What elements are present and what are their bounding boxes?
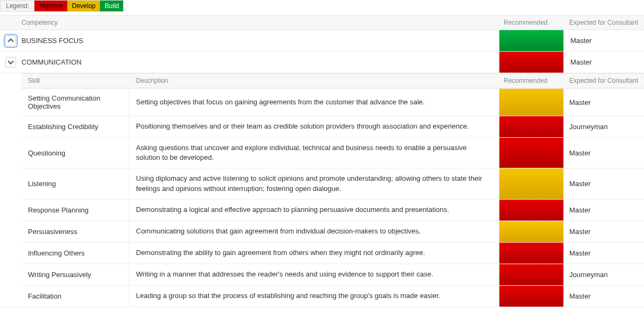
skill-expected: Master (563, 221, 644, 242)
toggle-button[interactable] (5, 36, 16, 46)
skill-row: Establishing Credibility Positioning the… (22, 116, 644, 137)
competency-title: BUSINESS FOCUS (22, 30, 499, 51)
competency-recommended-cell (499, 30, 563, 51)
skill-recommended-cell (499, 138, 563, 168)
status-indicator (499, 89, 563, 116)
skill-recommended-cell (499, 221, 563, 242)
skill-name: Setting Communication Objectives (22, 89, 129, 116)
skill-expected: Master (563, 138, 644, 168)
legend-chip-improve: Improve (34, 1, 67, 11)
legend-bar: Legend: Improve Develop Build (0, 0, 124, 12)
status-indicator (499, 30, 563, 51)
skill-description: Asking questions that uncover and explor… (129, 138, 499, 168)
skill-row: Listening Using diplomacy and active lis… (22, 168, 644, 199)
skill-recommended-cell (499, 89, 563, 116)
skill-name: Response Planning (22, 200, 129, 221)
skill-description: Leading a group so that the process of e… (129, 286, 499, 307)
skill-name: Persuasiveness (22, 221, 129, 242)
skill-description: Writing in a manner that addresses the r… (129, 264, 499, 285)
competency-row: COMMUNICATION Master (0, 52, 644, 73)
skill-expected: Master (563, 243, 644, 264)
skill-row: Response Planning Demonstrating a logica… (22, 199, 644, 221)
competency-expected: Master (563, 30, 644, 51)
competency-title: COMMUNICATION (22, 52, 499, 73)
skill-recommended-cell (499, 168, 563, 199)
skill-expected: Journeyman (563, 264, 644, 285)
skill-row: Influencing Others Demonstrating the abi… (22, 242, 644, 264)
competency-row: BUSINESS FOCUS Master (0, 30, 644, 52)
status-indicator (499, 52, 563, 73)
status-indicator (499, 168, 563, 199)
skill-expected: Master (563, 89, 644, 116)
skill-description: Demonstrating the ability to gain agreem… (129, 243, 499, 264)
skills-block: Skill Description Recommended Expected f… (0, 73, 644, 307)
header-description: Description (129, 77, 499, 84)
legend-chip-develop: Develop (67, 1, 100, 11)
header-expected: Expected for Consultant (563, 77, 644, 84)
skill-name: Establishing Credibility (22, 116, 129, 137)
chevron-up-icon (8, 38, 13, 44)
header-competency: Competency (22, 19, 499, 26)
skill-recommended-cell (499, 243, 563, 264)
skill-recommended-cell (499, 264, 563, 285)
status-indicator (499, 221, 563, 242)
skill-expected: Master (563, 200, 644, 221)
skill-expected: Master (563, 168, 644, 199)
skill-row: Questioning Asking questions that uncove… (22, 137, 644, 168)
skill-description: Communicating solutions that gain agreem… (129, 221, 499, 242)
legend-chip-build: Build (100, 1, 124, 11)
skill-description: Demonstrating a logical and effective ap… (129, 200, 499, 221)
status-indicator (499, 243, 563, 264)
status-indicator (499, 200, 563, 221)
competency-recommended-cell (499, 52, 563, 73)
status-indicator (499, 138, 563, 168)
chevron-down-icon (8, 58, 13, 64)
skill-recommended-cell (499, 116, 563, 137)
skill-row: Writing Persuasively Writing in a manner… (22, 264, 644, 285)
skill-expected: Master (563, 286, 644, 307)
skill-row: Setting Communication Objectives Setting… (22, 88, 644, 116)
skill-expected: Journeyman (563, 116, 644, 137)
status-indicator (499, 286, 563, 307)
skill-description: Setting objectives that focus on gaining… (129, 89, 499, 116)
skill-row: Persuasiveness Communicating solutions t… (22, 221, 644, 242)
skill-description: Using diplomacy and active listening to … (129, 168, 499, 199)
competency-header-row: Competency Recommended Expected for Cons… (0, 15, 644, 30)
skill-row: Facilitation Leading a group so that the… (22, 285, 644, 307)
skill-name: Questioning (22, 138, 129, 168)
competency-expected: Master (563, 52, 644, 73)
skill-recommended-cell (499, 286, 563, 307)
header-expected: Expected for Consultant (563, 19, 644, 26)
header-recommended: Recommended (499, 77, 563, 84)
header-skill: Skill (22, 77, 129, 84)
skill-name: Facilitation (22, 286, 129, 307)
toggle-button[interactable] (5, 57, 16, 68)
legend-label: Legend: (1, 2, 34, 10)
skill-recommended-cell (499, 200, 563, 221)
skill-name: Listening (22, 168, 129, 199)
status-indicator (499, 116, 563, 137)
skill-description: Positioning themselves and or their team… (129, 116, 499, 137)
skill-name: Influencing Others (22, 243, 129, 264)
status-indicator (499, 264, 563, 285)
header-recommended: Recommended (499, 19, 563, 26)
skills-header-row: Skill Description Recommended Expected f… (22, 73, 644, 88)
skill-name: Writing Persuasively (22, 264, 129, 285)
